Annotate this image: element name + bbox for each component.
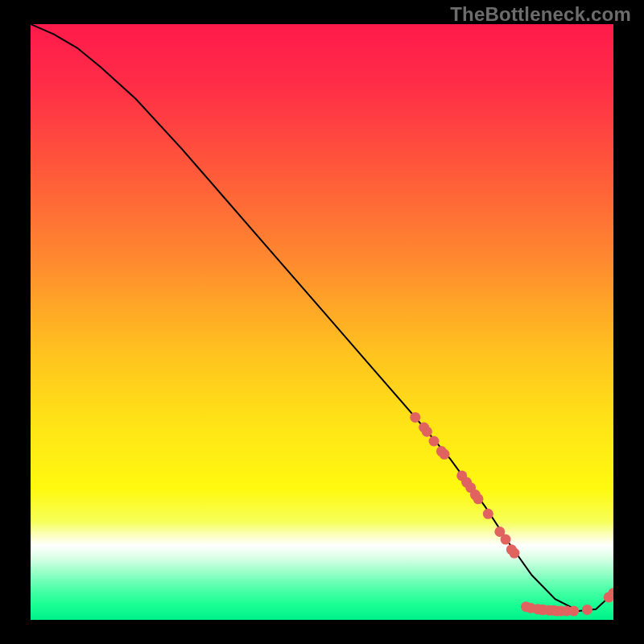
- bottleneck-chart: [0, 0, 644, 644]
- scatter-point: [509, 548, 519, 559]
- scatter-point: [429, 436, 440, 447]
- watermark-label: TheBottleneck.com: [450, 3, 631, 26]
- scatter-point: [609, 588, 619, 598]
- plot-area: [31, 24, 619, 620]
- scatter-point: [473, 493, 484, 504]
- gradient-background: [31, 24, 613, 620]
- scatter-point: [422, 427, 432, 437]
- scatter-point: [582, 605, 592, 615]
- chart-frame: TheBottleneck.com: [0, 0, 644, 644]
- scatter-point: [568, 605, 579, 616]
- scatter-point: [501, 535, 511, 545]
- scatter-point: [483, 509, 493, 519]
- scatter-point: [410, 412, 420, 423]
- scatter-point: [440, 449, 450, 460]
